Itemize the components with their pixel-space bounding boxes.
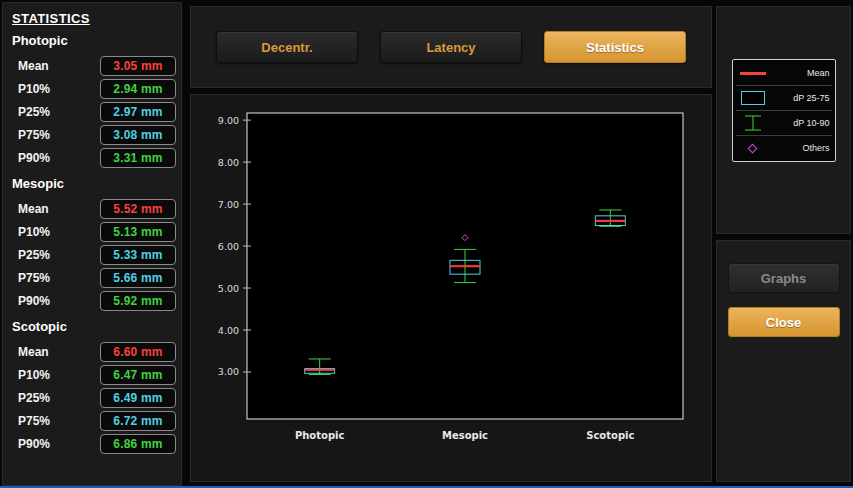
stat-label: P90% — [18, 294, 50, 308]
stat-row: P10% 5.13 mm — [12, 220, 176, 243]
legend-item-iqr: dP 25-75 — [736, 86, 832, 111]
stat-row: P75% 5.66 mm — [12, 266, 176, 289]
stat-row: P25% 2.97 mm — [12, 100, 176, 123]
stat-row: Mean 3.05 mm — [12, 54, 176, 77]
stat-row: Mean 6.60 mm — [12, 340, 176, 363]
tab-statistics[interactable]: Statistics — [544, 31, 686, 63]
legend-label: Mean — [770, 68, 832, 78]
stat-value: 5.66 mm — [100, 268, 176, 288]
stat-row: Mean 5.52 mm — [12, 197, 176, 220]
page-title: STATISTICS — [12, 11, 176, 26]
stat-value: 6.47 mm — [100, 365, 176, 385]
tab-decentr[interactable]: Decentr. — [216, 31, 358, 63]
stat-row: P90% 6.86 mm — [12, 432, 176, 455]
stat-value: 6.86 mm — [100, 434, 176, 454]
svg-text:8.00: 8.00 — [218, 157, 239, 168]
stat-label: P90% — [18, 437, 50, 451]
stat-label: P75% — [18, 414, 50, 428]
stat-label: P25% — [18, 248, 50, 262]
stat-value: 6.60 mm — [100, 342, 176, 362]
svg-text:Scotopic: Scotopic — [586, 430, 634, 441]
stat-value: 5.52 mm — [100, 199, 176, 219]
section-header-mesopic: Mesopic — [12, 176, 176, 191]
stat-value: 6.49 mm — [100, 388, 176, 408]
legend-panel: Mean dP 25-75 dP 10-90 Others — [716, 6, 851, 234]
section-header-photopic: Photopic — [12, 33, 176, 48]
svg-text:5.00: 5.00 — [218, 283, 239, 294]
close-button[interactable]: Close — [728, 307, 840, 337]
svg-text:7.00: 7.00 — [218, 199, 239, 210]
stat-value: 2.94 mm — [100, 79, 176, 99]
stat-value: 3.08 mm — [100, 125, 176, 145]
stat-label: P75% — [18, 271, 50, 285]
stat-row: P90% 5.92 mm — [12, 289, 176, 312]
stat-label: P90% — [18, 151, 50, 165]
stat-row: P10% 2.94 mm — [12, 77, 176, 100]
svg-text:Photopic: Photopic — [295, 430, 345, 441]
svg-text:Mesopic: Mesopic — [442, 430, 488, 441]
legend-item-mean: Mean — [736, 61, 832, 86]
legend-item-whisker: dP 10-90 — [736, 111, 832, 136]
stat-label: P10% — [18, 225, 50, 239]
stat-label: P25% — [18, 391, 50, 405]
stat-value: 5.33 mm — [100, 245, 176, 265]
stat-label: Mean — [18, 202, 49, 216]
stats-panel: STATISTICS Photopic Mean 3.05 mm P10% 2.… — [2, 2, 182, 486]
stat-value: 6.72 mm — [100, 411, 176, 431]
stat-value: 3.05 mm — [100, 56, 176, 76]
stat-row: P75% 6.72 mm — [12, 409, 176, 432]
svg-text:3.00: 3.00 — [218, 366, 239, 377]
legend-label: Others — [770, 143, 832, 153]
actions-panel: Graphs Close — [716, 240, 851, 482]
stat-label: P10% — [18, 82, 50, 96]
whisker-icon — [736, 114, 770, 132]
chart-panel: 9.008.007.006.005.004.003.00PhotopicMeso… — [190, 94, 712, 482]
stat-row: P25% 6.49 mm — [12, 386, 176, 409]
stat-label: Mean — [18, 345, 49, 359]
mean-line-icon — [736, 72, 770, 75]
stat-row: P75% 3.08 mm — [12, 123, 176, 146]
stat-value: 3.31 mm — [100, 148, 176, 168]
tab-latency[interactable]: Latency — [380, 31, 522, 63]
stat-value: 2.97 mm — [100, 102, 176, 122]
legend-item-others: Others — [736, 136, 832, 160]
iqr-box-icon — [736, 91, 770, 105]
section-header-scotopic: Scotopic — [12, 319, 176, 334]
stat-label: P10% — [18, 368, 50, 382]
stat-label: P75% — [18, 128, 50, 142]
svg-text:4.00: 4.00 — [218, 325, 239, 336]
boxplot-chart: 9.008.007.006.005.004.003.00PhotopicMeso… — [191, 95, 713, 481]
tab-bar: Decentr. Latency Statistics — [190, 6, 712, 88]
stat-value: 5.92 mm — [100, 291, 176, 311]
stat-label: Mean — [18, 59, 49, 73]
graphs-button[interactable]: Graphs — [728, 263, 840, 293]
outlier-diamond-icon — [736, 145, 770, 152]
stat-value: 5.13 mm — [100, 222, 176, 242]
legend-label: dP 10-90 — [770, 118, 832, 128]
stat-row: P25% 5.33 mm — [12, 243, 176, 266]
stat-row: P90% 3.31 mm — [12, 146, 176, 169]
chart-legend: Mean dP 25-75 dP 10-90 Others — [732, 59, 836, 162]
svg-text:9.00: 9.00 — [218, 115, 239, 126]
legend-label: dP 25-75 — [770, 93, 832, 103]
statistics-screen: STATISTICS Photopic Mean 3.05 mm P10% 2.… — [0, 0, 853, 488]
stat-label: P25% — [18, 105, 50, 119]
svg-text:6.00: 6.00 — [218, 241, 239, 252]
stat-row: P10% 6.47 mm — [12, 363, 176, 386]
